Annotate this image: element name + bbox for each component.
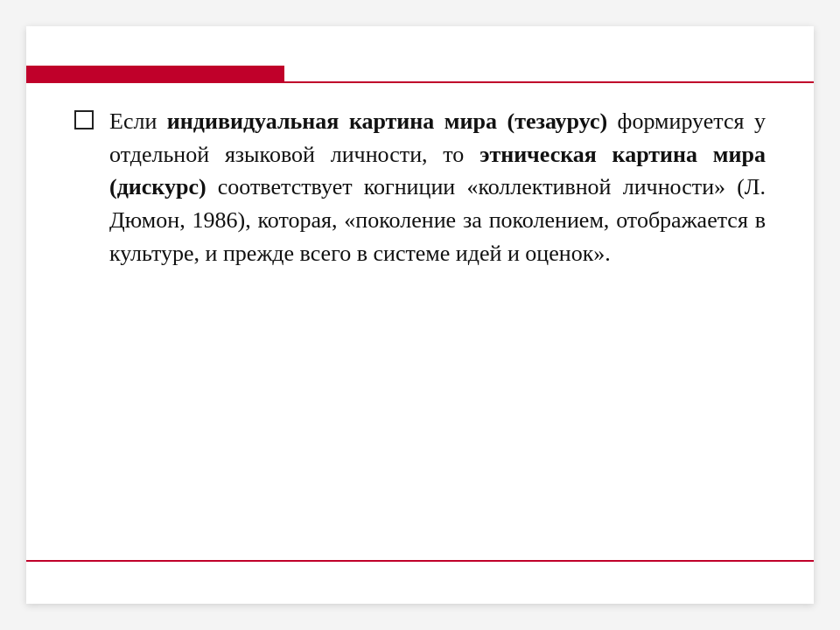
text-before-bold1: Если (109, 108, 167, 134)
bullet-text: Если индивидуальная картина мира (тезаур… (109, 105, 766, 270)
bottom-separator-line (26, 560, 814, 562)
top-separator-line (26, 81, 814, 83)
bullet-item: Если индивидуальная картина мира (тезаур… (74, 105, 766, 270)
text-after-bold2: соответствует когниции «коллективной лич… (109, 174, 766, 265)
bullet-checkbox-icon (74, 110, 94, 130)
header-accent-bar (26, 66, 284, 81)
bold-text-1: индивидуальная картина мира (тезаурус) (167, 108, 607, 134)
content-area: Если индивидуальная картина мира (тезаур… (74, 105, 766, 542)
slide: Если индивидуальная картина мира (тезаур… (26, 26, 814, 604)
